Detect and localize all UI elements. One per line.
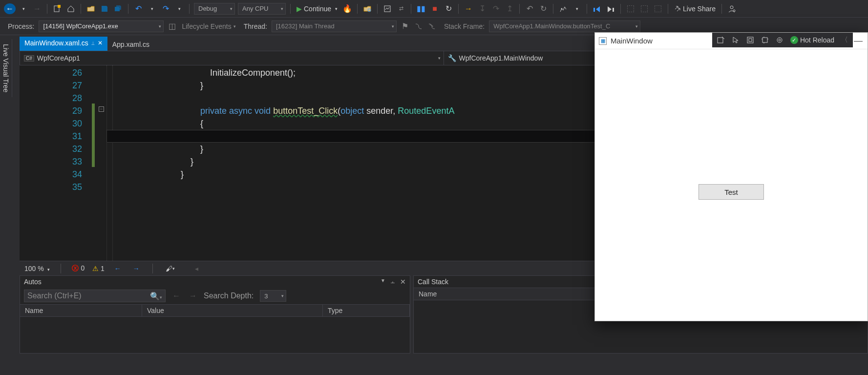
browse-icon[interactable]	[361, 3, 373, 15]
live-share-button[interactable]: Live Share	[671, 4, 719, 14]
panel-drop-icon[interactable]: ▼	[381, 278, 385, 286]
col-value[interactable]: Value	[142, 305, 323, 316]
diag-icon[interactable]	[381, 3, 393, 15]
undo-icon[interactable]: ↶	[132, 3, 144, 15]
user-icon[interactable]	[726, 3, 738, 15]
nav-fwd-icon[interactable]: →	[31, 3, 43, 15]
search-icon[interactable]: 🔍▾	[150, 292, 162, 301]
errors-count[interactable]: ⓧ 0	[72, 264, 85, 273]
undo-drop-icon[interactable]: ▾	[146, 3, 158, 15]
search-prev-icon[interactable]: ←	[170, 292, 182, 300]
lifecycle-icon[interactable]: ◫	[166, 21, 178, 32]
pin-icon[interactable]: ⫠	[389, 278, 396, 286]
col-type[interactable]: Type	[323, 305, 410, 316]
class-icon: 🔧	[448, 54, 456, 62]
nav-back-drop-icon[interactable]: ▾	[18, 3, 29, 15]
layout2-icon[interactable]	[638, 3, 650, 15]
home-icon[interactable]	[65, 3, 77, 15]
svg-point-10	[730, 6, 733, 9]
search-next-icon[interactable]: →	[187, 292, 199, 300]
undo2-icon[interactable]: ↶	[524, 3, 535, 15]
pause-icon[interactable]: ▮▮	[415, 3, 427, 15]
app-title-text: MainWindow	[611, 37, 653, 45]
minimize-icon[interactable]: —	[854, 36, 863, 46]
continue-button[interactable]: ▶Continue▾	[294, 4, 340, 14]
main-toolbar: ← ▾ → ↶ ▾ ↷ ▾ Debug Any CPU ▶Continue▾ 🔥…	[0, 0, 868, 18]
layout-icon[interactable]	[746, 36, 754, 44]
next-issue-icon[interactable]: →	[131, 265, 142, 272]
svg-point-16	[777, 38, 782, 42]
threads-icon[interactable]	[413, 21, 424, 32]
redo-icon[interactable]: ↷	[160, 3, 171, 15]
collapse-icon[interactable]: 〈	[841, 36, 848, 44]
hot-reload-button[interactable]: ✓Hot Reload	[790, 36, 834, 44]
tab-mainwindow-cs[interactable]: MainWindow.xaml.cs ⟂ ✕	[20, 37, 107, 51]
app-icon: ▦	[599, 37, 607, 45]
xaml-debug-toolbar: ✓Hot Reload 〈	[712, 33, 853, 47]
restart-icon[interactable]: ↻	[443, 3, 454, 15]
running-app-window[interactable]: ✓Hot Reload 〈 ▦ MainWindow — Test	[594, 32, 868, 321]
save-all-icon[interactable]	[112, 3, 124, 15]
zoom-combo[interactable]: 100 % ▾	[24, 265, 50, 272]
nav-project[interactable]: C#WpfCoreApp1	[20, 51, 444, 65]
step-over-icon[interactable]: ↷	[490, 3, 502, 15]
fold-icon[interactable]: −	[99, 106, 104, 112]
layout3-icon[interactable]	[652, 3, 664, 15]
process-label: Process:	[8, 22, 34, 30]
svg-point-11	[733, 10, 735, 12]
close-icon[interactable]: ✕	[98, 40, 103, 46]
step-out-icon[interactable]: ↥	[504, 3, 515, 15]
stack-combo[interactable]: WpfCoreApp1.MainWindow.buttonTest_C	[489, 21, 640, 32]
autos-search[interactable]: Search (Ctrl+E) 🔍▾	[24, 290, 166, 302]
warnings-count[interactable]: ⚠ 1	[92, 265, 105, 272]
diag-drop-icon[interactable]: ⇄	[395, 3, 407, 15]
svg-rect-8	[641, 5, 648, 12]
thread-combo[interactable]: [16232] Main Thread	[272, 21, 397, 32]
brush-icon[interactable]: 🖌▾	[165, 263, 176, 274]
options-icon[interactable]	[776, 36, 783, 44]
svg-point-4	[561, 8, 563, 9]
platform-combo[interactable]: Any CPU	[238, 3, 286, 15]
svg-rect-1	[58, 5, 61, 8]
prev-issue-icon[interactable]: ←	[112, 265, 123, 272]
show-next-icon[interactable]: →	[463, 3, 474, 15]
intelli-drop-icon[interactable]: ▾	[571, 3, 583, 15]
test-button[interactable]: Test	[699, 184, 764, 200]
check-icon: ✓	[790, 36, 798, 44]
refresh2-icon[interactable]: ↻	[537, 3, 549, 15]
select-icon[interactable]	[732, 36, 740, 44]
tab-app-xaml-cs[interactable]: App.xaml.cs	[107, 38, 154, 51]
live-visual-tree-tab[interactable]: Live Visual Tree	[0, 39, 12, 97]
pin-icon[interactable]: ⟂	[91, 40, 95, 46]
depth-combo[interactable]: 3	[260, 290, 286, 302]
flag-icon[interactable]: ⚑	[399, 21, 411, 32]
lifecycle-button[interactable]: Lifecycle Events ▾	[179, 21, 238, 31]
redo-drop-icon[interactable]: ▾	[173, 3, 185, 15]
config-combo[interactable]: Debug	[194, 3, 235, 15]
tab-label: MainWindow.xaml.cs	[24, 39, 88, 47]
intellitrace-icon[interactable]	[557, 3, 569, 15]
threads2-icon[interactable]	[426, 21, 438, 32]
track-icon[interactable]	[761, 36, 769, 44]
svg-rect-12	[718, 38, 723, 43]
nav-back-icon[interactable]: ←	[4, 3, 16, 14]
step-into-icon[interactable]: ↧	[476, 3, 488, 15]
svg-rect-7	[627, 5, 634, 12]
step-back-icon[interactable]	[591, 3, 603, 15]
open-icon[interactable]	[85, 3, 97, 15]
tool-icon[interactable]	[717, 36, 725, 44]
svg-rect-5	[593, 8, 595, 12]
thread-label: Thread:	[244, 22, 267, 30]
layout1-icon[interactable]	[625, 3, 636, 15]
close-icon[interactable]: ✕	[400, 278, 406, 286]
step-fwd-icon[interactable]	[605, 3, 616, 15]
scroll-left-icon[interactable]: ◂	[195, 265, 198, 272]
new-item-icon[interactable]	[51, 3, 63, 15]
process-combo[interactable]: [14156] WpfCoreApp1.exe	[39, 21, 164, 32]
stop-icon[interactable]: ■	[429, 3, 441, 15]
col-name[interactable]: Name	[20, 305, 142, 316]
svg-rect-6	[613, 8, 614, 12]
save-icon[interactable]	[99, 3, 110, 15]
hot-reload-icon[interactable]: 🔥	[341, 3, 353, 15]
code-content: InitializeComponent(); } private async v…	[88, 65, 454, 261]
